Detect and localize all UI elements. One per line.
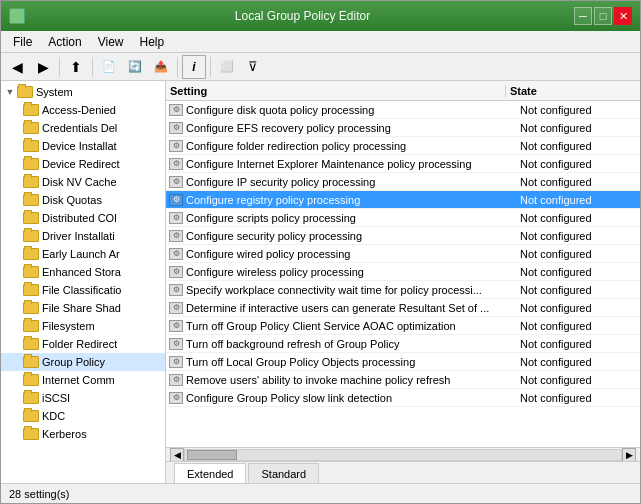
settings-row-state: Not configured	[520, 374, 640, 386]
settings-row[interactable]: ⚙Configure wired policy processingNot co…	[166, 245, 640, 263]
folder-icon	[23, 248, 39, 260]
tab-standard[interactable]: Standard	[248, 463, 319, 483]
sidebar-item-16[interactable]: iSCSI	[1, 389, 165, 407]
sidebar-item-17[interactable]: KDC	[1, 407, 165, 425]
tree-item-label: Internet Comm	[42, 374, 115, 386]
settings-row[interactable]: ⚙Configure disk quota policy processingN…	[166, 101, 640, 119]
sidebar-item-1[interactable]: Credentials Del	[1, 119, 165, 137]
sidebar-item-15[interactable]: Internet Comm	[1, 371, 165, 389]
export-button[interactable]: 📤	[149, 55, 173, 79]
window-title: Local Group Policy Editor	[31, 9, 574, 23]
settings-row[interactable]: ⚙Turn off background refresh of Group Po…	[166, 335, 640, 353]
back-button[interactable]: ◀	[5, 55, 29, 79]
folder-icon	[23, 194, 39, 206]
sidebar-item-18[interactable]: Kerberos	[1, 425, 165, 443]
maximize-button[interactable]: □	[594, 7, 612, 25]
h-scrollbar-track[interactable]	[184, 449, 622, 461]
settings-row[interactable]: ⚙Configure Group Policy slow link detect…	[166, 389, 640, 407]
policy-icon: ⚙	[166, 317, 186, 335]
sidebar-item-0[interactable]: Access-Denied	[1, 101, 165, 119]
settings-row[interactable]: ⚙Configure scripts policy processingNot …	[166, 209, 640, 227]
settings-list: ⚙Configure disk quota policy processingN…	[166, 101, 640, 447]
sidebar-item-5[interactable]: Disk Quotas	[1, 191, 165, 209]
settings-row[interactable]: ⚙Configure IP security policy processing…	[166, 173, 640, 191]
settings-row[interactable]: ⚙Configure registry policy processingNot…	[166, 191, 640, 209]
sidebar-item-3[interactable]: Device Redirect	[1, 155, 165, 173]
folder-icon	[23, 230, 39, 242]
view-mode-button[interactable]: ⬜	[215, 55, 239, 79]
menu-help[interactable]: Help	[132, 33, 173, 51]
header-setting: Setting	[166, 85, 506, 97]
settings-row-state: Not configured	[520, 230, 640, 242]
folder-icon	[23, 176, 39, 188]
settings-row[interactable]: ⚙Determine if interactive users can gene…	[166, 299, 640, 317]
sidebar-item-2[interactable]: Device Installat	[1, 137, 165, 155]
minimize-button[interactable]: ─	[574, 7, 592, 25]
tree-item-label: KDC	[42, 410, 65, 422]
settings-row[interactable]: ⚙Configure wireless policy processingNot…	[166, 263, 640, 281]
help-button[interactable]: i	[182, 55, 206, 79]
settings-row[interactable]: ⚙Turn off Group Policy Client Service AO…	[166, 317, 640, 335]
menu-action[interactable]: Action	[40, 33, 89, 51]
settings-row[interactable]: ⚙Configure security policy processingNot…	[166, 227, 640, 245]
policy-icon: ⚙	[166, 371, 186, 389]
settings-row[interactable]: ⚙Specify workplace connectivity wait tim…	[166, 281, 640, 299]
tree-item-label: File Classificatio	[42, 284, 121, 296]
toolbar-separator-3	[177, 57, 178, 77]
policy-icon: ⚙	[166, 101, 186, 119]
menu-view[interactable]: View	[90, 33, 132, 51]
sidebar-item-8[interactable]: Early Launch Ar	[1, 245, 165, 263]
settings-row-label: Configure wireless policy processing	[186, 266, 520, 278]
tree-item-label: Disk Quotas	[42, 194, 102, 206]
refresh-button[interactable]: 🔄	[123, 55, 147, 79]
sidebar-item-10[interactable]: File Classificatio	[1, 281, 165, 299]
settings-row-state: Not configured	[520, 140, 640, 152]
sidebar-item-9[interactable]: Enhanced Stora	[1, 263, 165, 281]
tree-item-system[interactable]: ▼ System	[1, 83, 165, 101]
folder-icon	[23, 320, 39, 332]
main-window: Local Group Policy Editor ─ □ ✕ File Act…	[0, 0, 641, 504]
policy-icon: ⚙	[166, 191, 186, 209]
filter-button[interactable]: ⊽	[241, 55, 265, 79]
sidebar-item-6[interactable]: Distributed COl	[1, 209, 165, 227]
scroll-left-button[interactable]: ◀	[170, 448, 184, 462]
policy-icon: ⚙	[166, 389, 186, 407]
policy-icon: ⚙	[166, 245, 186, 263]
settings-row[interactable]: ⚙Configure Internet Explorer Maintenance…	[166, 155, 640, 173]
close-button[interactable]: ✕	[614, 7, 632, 25]
scroll-right-button[interactable]: ▶	[622, 448, 636, 462]
settings-row-label: Configure wired policy processing	[186, 248, 520, 260]
settings-row[interactable]: ⚙Configure EFS recovery policy processin…	[166, 119, 640, 137]
status-bar: 28 setting(s)	[1, 483, 640, 503]
settings-row[interactable]: ⚙Remove users' ability to invoke machine…	[166, 371, 640, 389]
settings-row-label: Determine if interactive users can gener…	[186, 302, 520, 314]
tree-item-label: Distributed COl	[42, 212, 117, 224]
tab-extended[interactable]: Extended	[174, 463, 246, 483]
policy-icon: ⚙	[166, 209, 186, 227]
sidebar-item-11[interactable]: File Share Shad	[1, 299, 165, 317]
expand-icon: ▼	[3, 85, 17, 99]
settings-row-label: Configure folder redirection policy proc…	[186, 140, 520, 152]
right-panel: Setting State ⚙Configure disk quota poli…	[166, 81, 640, 483]
sidebar-item-4[interactable]: Disk NV Cache	[1, 173, 165, 191]
h-scrollbar-thumb[interactable]	[187, 450, 237, 460]
up-button[interactable]: ⬆	[64, 55, 88, 79]
menu-file[interactable]: File	[5, 33, 40, 51]
sidebar-item-7[interactable]: Driver Installati	[1, 227, 165, 245]
sidebar-item-12[interactable]: Filesystem	[1, 317, 165, 335]
settings-row[interactable]: ⚙Turn off Local Group Policy Objects pro…	[166, 353, 640, 371]
forward-button[interactable]: ▶	[31, 55, 55, 79]
sidebar-item-13[interactable]: Folder Redirect	[1, 335, 165, 353]
tree-item-label: Enhanced Stora	[42, 266, 121, 278]
policy-icon: ⚙	[166, 335, 186, 353]
settings-row-state: Not configured	[520, 266, 640, 278]
sidebar-item-14[interactable]: Group Policy	[1, 353, 165, 371]
settings-row-state: Not configured	[520, 392, 640, 404]
menu-bar: File Action View Help	[1, 31, 640, 53]
settings-row-state: Not configured	[520, 248, 640, 260]
tree-item-label: File Share Shad	[42, 302, 121, 314]
tree-item-label: Credentials Del	[42, 122, 117, 134]
show-hide-button[interactable]: 📄	[97, 55, 121, 79]
settings-row-label: Turn off background refresh of Group Pol…	[186, 338, 520, 350]
settings-row[interactable]: ⚙Configure folder redirection policy pro…	[166, 137, 640, 155]
